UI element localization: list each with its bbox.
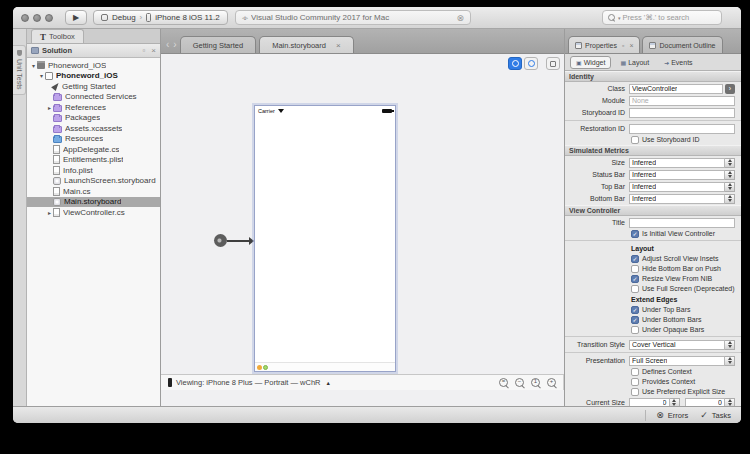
transition-style-row: Transition StyleCover Vertical	[565, 339, 741, 350]
close-window-button[interactable]	[21, 14, 29, 22]
restoration-id-field[interactable]	[629, 124, 735, 134]
dropdown-button[interactable]	[725, 158, 735, 168]
frames-mode-button[interactable]	[524, 57, 538, 70]
dropdown-button[interactable]	[725, 340, 735, 350]
expander-open-icon[interactable]: ▾	[30, 62, 37, 69]
tree-item-appdelegate-cs[interactable]: AppDelegate.cs	[27, 144, 160, 155]
tree-item-main-cs[interactable]: Main.cs	[27, 186, 160, 197]
pin-pad-icon[interactable]: ▫	[622, 42, 624, 49]
errors-button[interactable]: Errors	[668, 411, 688, 420]
expander-closed-icon[interactable]: ▸	[46, 209, 53, 216]
use-full-screen-deprecated-checkbox[interactable]	[631, 285, 639, 293]
storyboard-id-field[interactable]	[629, 108, 735, 118]
run-button[interactable]: ▶	[65, 10, 87, 25]
tree-item-connected-services[interactable]: Connected Services	[27, 92, 160, 103]
transition-style-field[interactable]: Cover Vertical	[629, 340, 725, 350]
warning-badge-icon[interactable]	[257, 365, 262, 370]
under-top-bars-checkbox[interactable]: ✓	[631, 306, 639, 314]
zoom-actual-size-button[interactable]: 1	[531, 378, 541, 388]
clear-status-icon[interactable]: ⊗	[456, 13, 464, 23]
toolbox-pad-tab[interactable]: T Toolbox	[31, 29, 84, 43]
is-initial-view-controller-checkbox[interactable]: ✓	[631, 230, 639, 238]
dropdown-button[interactable]	[725, 170, 735, 180]
tree-item-viewcontroller-cs[interactable]: ▸ViewController.cs	[27, 207, 160, 218]
zoom-window-button[interactable]	[45, 14, 53, 22]
use-preferred-explicit-size-checkbox-row: Use Preferred Explicit Size	[565, 387, 741, 396]
navigate-forward-icon[interactable]: ›	[173, 39, 176, 50]
viewing-menu-icon[interactable]: ▲	[326, 380, 331, 386]
under-opaque-bars-checkbox[interactable]	[631, 326, 639, 334]
under-bottom-bars-checkbox[interactable]: ✓	[631, 316, 639, 324]
constraints-mode-button[interactable]	[508, 57, 522, 70]
tree-item-references[interactable]: ▸References	[27, 102, 160, 113]
pad-tab-document-outline[interactable]: Document Outline	[642, 36, 722, 53]
tree-item-getting-started[interactable]: Getting Started	[27, 81, 160, 92]
status-bar-field[interactable]: Inferred	[629, 170, 725, 180]
zoom-out-button[interactable]: −	[515, 378, 525, 388]
editor-tab-getting-started[interactable]: Getting Started	[180, 36, 256, 53]
minimize-window-button[interactable]	[33, 14, 41, 22]
expander-closed-icon[interactable]: ▸	[46, 104, 53, 111]
title-field[interactable]	[629, 218, 735, 228]
defines-context-checkbox[interactable]	[631, 368, 639, 376]
tree-item-phoneword-ios[interactable]: ▾Phoneword_iOS	[27, 71, 160, 82]
size-field[interactable]: Inferred	[629, 158, 725, 168]
folder-purple-icon	[53, 115, 62, 122]
unit-tests-pad-tab[interactable]: Unit Tests	[13, 45, 26, 95]
tree-item-info-plist[interactable]: Info.plist	[27, 165, 160, 176]
view-controller-scene[interactable]: Carrier	[254, 105, 396, 372]
mode-button-layout[interactable]: ▦Layout	[614, 56, 655, 69]
tasks-button[interactable]: Tasks	[712, 411, 731, 420]
preview-button[interactable]	[546, 57, 560, 70]
field-label: Transition Style	[565, 341, 625, 348]
tree-item-packages[interactable]: Packages	[27, 113, 160, 124]
storyboard-canvas[interactable]: Carrier Viewing: iPhone 8 Plus — Portrai…	[161, 54, 564, 390]
viewing-label[interactable]: Viewing: iPhone 8 Plus — Portrait — wChR	[176, 378, 321, 387]
navigate-type-button[interactable]: ›	[725, 84, 735, 94]
status-ok-badge-icon[interactable]	[263, 365, 268, 370]
expander-open-icon[interactable]: ▾	[38, 72, 45, 79]
initial-view-controller-arrow[interactable]	[214, 234, 254, 247]
height-stepper-button[interactable]	[725, 398, 735, 407]
class-field[interactable]: ViewController	[629, 84, 723, 94]
mode-button-events[interactable]: ➔Events	[658, 56, 698, 69]
resize-view-from-nib-checkbox[interactable]: ✓	[631, 275, 639, 283]
dropdown-button[interactable]	[725, 182, 735, 192]
toolbox-icon: T	[40, 32, 46, 42]
pad-tab-properties[interactable]: Properties▫×	[568, 36, 640, 53]
top-bar-field[interactable]: Inferred	[629, 182, 725, 192]
use-preferred-explicit-size-checkbox[interactable]	[631, 388, 639, 396]
height-field[interactable]: 0	[685, 398, 726, 407]
tree-item-entitlements-plist[interactable]: Entitlements.plist	[27, 155, 160, 166]
presentation-field[interactable]: Full Screen	[629, 356, 725, 366]
zoom-in-button[interactable]: +	[547, 378, 557, 388]
provides-context-checkbox[interactable]	[631, 378, 639, 386]
editor-tab-main-storyboard[interactable]: Main.storyboard×	[259, 36, 353, 53]
tree-item-main-storyboard[interactable]: Main.storyboard	[27, 197, 160, 208]
module-field[interactable]: None	[629, 96, 735, 106]
width-field[interactable]: 0	[629, 398, 670, 407]
close-pad-icon[interactable]: ×	[151, 46, 156, 55]
unit-tests-label: Unit Tests	[16, 59, 23, 90]
dropdown-button[interactable]	[725, 356, 735, 366]
mode-button-widget[interactable]: ▣Widget	[570, 56, 611, 69]
dropdown-button[interactable]	[725, 194, 735, 204]
tree-item-assets-xcassets[interactable]: Assets.xcassets	[27, 123, 160, 134]
search-caret-icon: ▾	[618, 15, 621, 21]
tree-item-launchscreen-storyboard[interactable]: LaunchScreen.storyboard	[27, 176, 160, 187]
adjust-scroll-view-insets-checkbox[interactable]: ✓	[631, 255, 639, 263]
hide-bottom-bar-on-push-checkbox-row: Hide Bottom Bar on Push	[565, 264, 741, 273]
navigate-back-icon[interactable]: ‹	[166, 39, 169, 50]
hide-bottom-bar-on-push-checkbox[interactable]	[631, 265, 639, 273]
zoom-fit-button[interactable]: =	[499, 378, 509, 388]
pin-pad-icon[interactable]: ▫	[142, 46, 145, 55]
search-input[interactable]: ▾ Press '⌘.' to search	[602, 10, 722, 25]
tree-item-phoneword-ios[interactable]: ▾Phoneword_iOS	[27, 60, 160, 71]
close-pad-icon[interactable]: ×	[629, 42, 633, 49]
build-configuration-selector[interactable]: Debug › iPhone 8 iOS 11.2	[93, 10, 228, 25]
close-tab-icon[interactable]: ×	[336, 41, 341, 50]
use-storyboard-id-checkbox[interactable]	[631, 136, 639, 144]
bottom-bar-field[interactable]: Inferred	[629, 194, 725, 204]
tree-item-resources[interactable]: Resources	[27, 134, 160, 145]
width-stepper-button[interactable]	[670, 398, 680, 407]
